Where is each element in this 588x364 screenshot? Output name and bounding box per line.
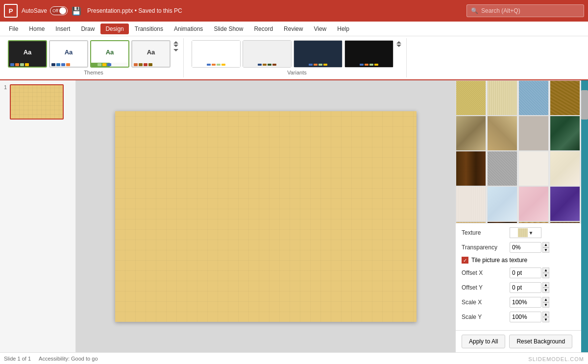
variant-3[interactable] [294,40,343,68]
variant-1[interactable] [192,40,241,68]
menu-design[interactable]: Design [100,24,128,34]
slide-canvas-area [76,80,456,352]
right-panel: Texture ▼ Transparency 0% ▲ [456,80,588,352]
texture-light-blue[interactable] [487,186,517,221]
texture-format-panel: Texture ▼ Transparency 0% ▲ [456,80,581,352]
texture-rock[interactable] [456,116,486,151]
scale-x-input[interactable]: 100% [510,297,541,308]
autosave-section: AutoSave Off [22,6,68,15]
teal-accent-bar [581,80,588,352]
menu-transitions[interactable]: Transitions [130,24,168,34]
menu-slideshow[interactable]: Slide Show [209,24,248,34]
offset-y-spinner[interactable]: ▲ ▼ [542,282,549,293]
theme-4[interactable]: Aa [131,40,171,68]
menu-view[interactable]: View [309,24,331,34]
save-icon[interactable]: 💾 [72,6,81,16]
variant-2[interactable] [243,40,292,68]
theme-office[interactable]: Aa [8,40,47,68]
scale-y-up[interactable]: ▲ [542,312,549,317]
toggle-knob [59,7,66,14]
offset-x-up[interactable]: ▲ [542,267,549,273]
menu-help[interactable]: Help [332,24,354,34]
texture-green-marble[interactable] [550,116,580,151]
offset-y-up[interactable]: ▲ [542,282,549,288]
texture-brown-rough[interactable] [550,80,580,116]
scale-x-value: 100% [512,299,527,306]
slide-canvas[interactable] [115,111,416,322]
main-content: 1 [0,80,588,352]
slide-panel: 1 [0,80,76,352]
offset-x-spinner[interactable]: ▲ ▼ [542,267,549,278]
menu-file[interactable]: File [4,24,23,34]
offset-x-input[interactable]: 0 pt [510,267,541,278]
offset-x-value: 0 pt [512,269,522,276]
texture-dropdown[interactable]: ▼ [510,227,541,238]
offset-y-down[interactable]: ▼ [542,288,549,293]
offset-y-label: Offset Y [462,284,506,291]
texture-linen-cream[interactable] [487,80,517,116]
scale-x-up[interactable]: ▲ [542,297,549,302]
search-bar[interactable]: 🔍 Search (Alt+Q) [466,4,584,17]
search-placeholder: Search (Alt+Q) [481,7,520,14]
apply-to-all-button[interactable]: Apply to All [462,335,505,348]
menu-animations[interactable]: Animations [169,24,208,34]
themes-label: Themes [84,70,103,77]
menu-record[interactable]: Record [249,24,278,34]
slide-thumb-1[interactable] [10,84,64,120]
slide-number: 1 [4,84,7,90]
reset-background-button[interactable]: Reset Background [509,335,572,348]
texture-dark-wood[interactable] [456,151,486,186]
action-buttons: Apply to All Reset Background [456,330,581,352]
texture-cream[interactable] [550,151,580,186]
dropdown-arrow: ▼ [529,230,534,236]
texture-fossil[interactable] [487,116,517,151]
offset-y-row: Offset Y 0 pt ▲ ▼ [462,282,575,293]
menu-review[interactable]: Review [279,24,308,34]
offset-x-row: Offset X 0 pt ▲ ▼ [462,267,575,278]
format-panel: Texture ▼ Transparency 0% ▲ [456,223,581,330]
texture-selector-row: Texture ▼ [462,227,575,238]
transparency-input[interactable]: 0% [510,242,541,253]
texture-white-fabric[interactable] [518,151,549,186]
texture-pink[interactable] [518,186,549,221]
transparency-down[interactable]: ▼ [542,247,549,253]
slide-thumbnail-1[interactable]: 1 [4,84,72,120]
watermark: SLIDEMODEL.COM [528,356,584,362]
scale-x-down[interactable]: ▼ [542,302,549,308]
offset-y-input[interactable]: 0 pt [510,282,541,293]
menu-draw[interactable]: Draw [76,24,99,34]
offset-x-label: Offset X [462,269,506,276]
menu-insert[interactable]: Insert [50,24,75,34]
accessibility-status: Accessibility: Good to go [39,356,98,362]
theme-3[interactable]: Aa [90,40,129,68]
transparency-up[interactable]: ▲ [542,242,549,247]
transparency-row: Transparency 0% ▲ ▼ [462,242,575,253]
scale-x-spinner[interactable]: ▲ ▼ [542,297,549,308]
variants-scroll[interactable] [395,40,402,48]
scrollbar-thumb[interactable] [581,90,588,120]
right-panel-edge [581,80,588,352]
variants-label: Variants [287,70,307,77]
tile-row: ✓ Tile picture as texture [462,257,575,264]
scale-y-spinner[interactable]: ▲ ▼ [542,312,549,322]
autosave-toggle[interactable]: Off [50,6,68,15]
texture-light-fabric[interactable] [456,186,486,221]
themes-scroll[interactable] [172,40,179,52]
offset-x-down[interactable]: ▼ [542,273,549,278]
variant-4[interactable] [344,40,393,68]
texture-carpet[interactable] [518,116,549,151]
offset-y-value: 0 pt [512,284,522,291]
tile-checkbox[interactable]: ✓ [462,257,468,264]
menu-home[interactable]: Home [24,24,49,34]
transparency-control: 0% ▲ ▼ [510,242,549,253]
transparency-spinner[interactable]: ▲ ▼ [542,242,549,253]
scale-y-input[interactable]: 100% [510,312,541,322]
texture-blue-fabric[interactable] [518,80,549,116]
texture-linen-tan[interactable] [456,80,486,116]
texture-gray-carpet[interactable] [487,151,517,186]
autosave-label: AutoSave [22,7,47,14]
theme-2[interactable]: Aa [49,40,88,68]
texture-purple[interactable] [550,186,580,221]
variants-section: Variants [184,38,407,77]
scale-y-down[interactable]: ▼ [542,317,549,322]
